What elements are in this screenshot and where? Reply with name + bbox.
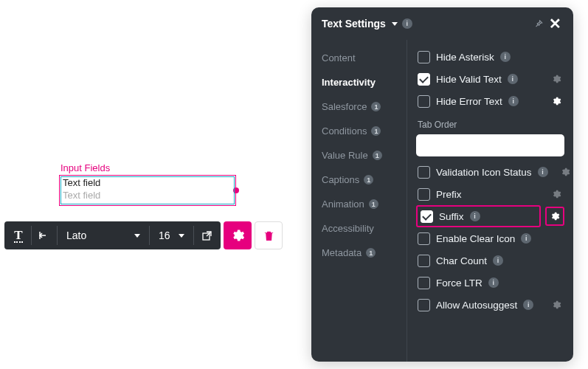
- info-icon[interactable]: i: [488, 277, 499, 288]
- gear-highlight: [545, 207, 564, 226]
- gear-icon[interactable]: [550, 94, 563, 108]
- badge-icon: 1: [373, 151, 382, 160]
- setting-char-count: Char Count i: [416, 249, 564, 272]
- checkbox[interactable]: [418, 188, 430, 201]
- setting-allow-autosuggest: Allow Autosuggest i: [416, 294, 564, 316]
- info-icon[interactable]: i: [500, 52, 511, 62]
- badge-icon: 1: [366, 248, 376, 258]
- text-field[interactable]: Text field: [59, 175, 236, 206]
- separator: [31, 226, 32, 245]
- format-toolbar: T Lato 16: [4, 221, 283, 249]
- setting-label: Hide Asterisk: [436, 52, 494, 63]
- open-external-icon[interactable]: [196, 224, 218, 246]
- font-select[interactable]: Lato: [59, 224, 148, 246]
- nav-accessibility[interactable]: Accessibility: [311, 216, 407, 241]
- setting-label: Char Count: [436, 255, 487, 266]
- setting-validation-icon: Validation Icon Status i: [416, 161, 564, 183]
- resize-handle[interactable]: [233, 187, 239, 193]
- panel-nav: Content Interactivity Salesforce1 Condit…: [311, 40, 407, 362]
- checkbox[interactable]: [418, 73, 430, 86]
- info-icon[interactable]: i: [470, 211, 480, 221]
- chevron-down-icon: [134, 234, 140, 238]
- checkbox[interactable]: [418, 166, 430, 179]
- panel-header: Text Settings i ✕: [311, 7, 573, 40]
- checkbox[interactable]: [418, 51, 430, 63]
- badge-icon: 1: [371, 126, 381, 136]
- separator: [149, 226, 150, 245]
- separator: [193, 226, 194, 245]
- setting-enable-clear-icon: Enable Clear Icon i: [416, 227, 564, 249]
- text-settings-panel: Text Settings i ✕ Content Interactivity …: [311, 7, 573, 362]
- delete-button[interactable]: [255, 221, 283, 249]
- input-field-group: Input Fields Text field: [59, 162, 236, 206]
- gear-icon[interactable]: [550, 187, 563, 201]
- text-field-label: Text field: [60, 176, 235, 188]
- nav-salesforce[interactable]: Salesforce1: [311, 94, 407, 119]
- nav-captions[interactable]: Captions1: [311, 168, 407, 192]
- chevron-down-icon: [392, 22, 398, 26]
- setting-hide-asterisk: Hide Asterisk i: [416, 46, 564, 68]
- setting-hide-error-text: Hide Error Text i: [416, 90, 564, 112]
- badge-icon: 1: [369, 199, 378, 209]
- group-label: Input Fields: [59, 162, 236, 173]
- tab-order-input[interactable]: [416, 134, 564, 156]
- checkbox[interactable]: [421, 210, 433, 223]
- settings-button[interactable]: [224, 221, 252, 249]
- nav-animation[interactable]: Animation1: [311, 192, 407, 216]
- checkbox[interactable]: [418, 299, 430, 311]
- setting-suffix: Suffix i: [416, 205, 541, 227]
- checkbox[interactable]: [418, 95, 430, 108]
- info-icon[interactable]: i: [493, 255, 503, 266]
- setting-label: Enable Clear Icon: [436, 233, 515, 244]
- nav-metadata[interactable]: Metadata1: [311, 241, 407, 265]
- checkbox[interactable]: [418, 232, 430, 245]
- setting-prefix: Prefix: [416, 183, 564, 205]
- nav-conditions[interactable]: Conditions1: [311, 119, 407, 143]
- info-icon[interactable]: i: [402, 18, 412, 29]
- info-icon[interactable]: i: [508, 96, 519, 106]
- info-icon[interactable]: i: [521, 233, 531, 244]
- setting-label: Allow Autosuggest: [436, 300, 517, 311]
- info-icon[interactable]: i: [538, 167, 548, 177]
- toolbar-group: T Lato 16: [4, 221, 221, 249]
- nav-value-rule[interactable]: Value Rule1: [311, 143, 407, 168]
- setting-label: Prefix: [436, 189, 462, 200]
- gear-icon[interactable]: [560, 165, 570, 179]
- align-left-icon[interactable]: [33, 224, 55, 246]
- gear-icon[interactable]: [548, 210, 561, 223]
- badge-icon: 1: [371, 102, 381, 111]
- gear-icon[interactable]: [550, 298, 563, 311]
- text-field-input[interactable]: [60, 188, 235, 205]
- checkbox[interactable]: [418, 277, 430, 289]
- chevron-down-icon: [179, 234, 184, 238]
- separator: [57, 226, 58, 245]
- setting-label: Suffix: [439, 211, 464, 222]
- text-style-icon[interactable]: T: [7, 224, 30, 246]
- setting-label: Hide Valid Text: [436, 74, 502, 85]
- info-icon[interactable]: i: [508, 74, 518, 84]
- nav-interactivity[interactable]: Interactivity: [311, 70, 407, 94]
- font-size-select[interactable]: 16: [151, 224, 192, 246]
- checkbox[interactable]: [418, 255, 430, 267]
- setting-label: Hide Error Text: [436, 96, 502, 107]
- font-size-value: 16: [159, 230, 170, 241]
- font-value: Lato: [66, 230, 86, 241]
- panel-body: Content Interactivity Salesforce1 Condit…: [311, 40, 573, 362]
- nav-content[interactable]: Content: [311, 46, 407, 70]
- gear-icon[interactable]: [550, 72, 563, 86]
- info-icon[interactable]: i: [523, 300, 533, 310]
- badge-icon: 1: [364, 175, 373, 184]
- setting-label: Validation Icon Status: [436, 167, 532, 178]
- panel-title[interactable]: Text Settings i: [322, 18, 412, 30]
- setting-label: Force LTR: [436, 277, 482, 289]
- setting-hide-valid-text: Hide Valid Text i: [416, 68, 564, 90]
- panel-content: Hide Asterisk i Hide Valid Text i Hide E…: [407, 40, 573, 362]
- pin-icon[interactable]: [530, 15, 547, 32]
- tab-order-label: Tab Order: [416, 112, 564, 133]
- close-icon[interactable]: ✕: [547, 15, 563, 32]
- setting-force-ltr: Force LTR i: [416, 272, 564, 294]
- panel-title-text: Text Settings: [322, 18, 386, 30]
